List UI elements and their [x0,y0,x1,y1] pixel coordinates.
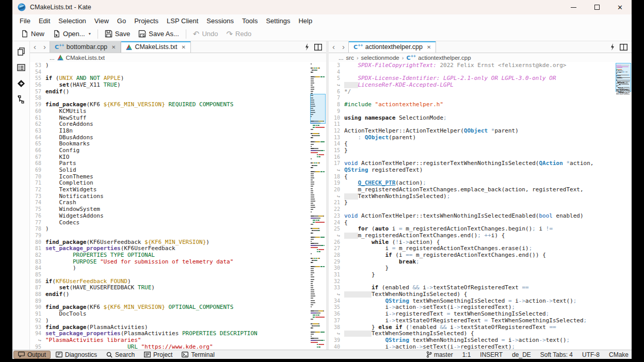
line-number: 66 [30,147,45,154]
right-tabs: C++actiontexthelper.cpp✕ [348,41,436,53]
right-minimap-scrollbar[interactable] [615,62,632,350]
new-file-icon [21,30,28,38]
tab-close-icon[interactable]: ✕ [181,44,185,50]
menu-selection[interactable]: Selection [54,16,90,26]
quick-open-bolt-icon[interactable] [610,43,615,51]
undo-button[interactable]: ↶ Undo [189,29,222,39]
code-row: 75 WindowSystem [30,206,310,213]
code-line: QString textWhenSomethingIsSelected = i-… [344,298,615,305]
line-number: 67 [30,154,45,161]
tab-label: CMakeLists.txt [135,43,177,51]
tab-close-icon[interactable]: ✕ [427,44,431,50]
menu-lsp-client[interactable]: LSP Client [163,16,202,26]
code-row: 87 set(HAVE_KUSERFEEDBACK TRUE) [30,285,310,291]
line-number: 68 [30,160,45,167]
toolview-button-search[interactable]: Search [102,351,139,359]
tab-mode[interactable]: Soft Tabs: 4 [540,351,573,358]
line-number: 40 [329,344,344,350]
symbols-list-icon[interactable] [16,62,26,73]
save-as-button[interactable]: Save As... [134,29,183,39]
tab-actiontexthelper-cpp[interactable]: C++actiontexthelper.cpp✕ [348,41,436,53]
right-code[interactable]: 3 SPDX-FileCopyrightText: 2022 Felix Ern… [329,62,615,350]
code-row: 37 i->textStateOfRegisteredText = TextWh… [329,318,615,324]
right-editor[interactable]: 3 SPDX-FileCopyrightText: 2022 Felix Ern… [329,62,632,350]
menu-edit[interactable]: Edit [35,16,54,26]
left-minimap-scrollbar[interactable] [310,62,326,350]
open-dropdown-icon[interactable]: ▾ [89,31,91,36]
code-line [45,272,310,278]
tab-bottombar-cpp[interactable]: C++bottombar.cpp✕ [50,41,121,53]
minimize-button[interactable] [562,0,585,14]
new-button[interactable]: New [17,29,49,39]
tab-forward-icon[interactable]: › [40,41,50,53]
line-number: 89 [30,298,45,305]
undo-button-label: Undo [202,30,218,38]
line-number: 8 [329,102,344,108]
git-branch-status[interactable]: master [426,351,453,358]
left-editor[interactable]: 53)5455if (UNIX AND NOT APPLE)56 set(HAV… [30,62,326,350]
menu-go[interactable]: Go [113,16,130,26]
code-row: 14{ [329,141,615,147]
toolview-button-project[interactable]: Project [140,351,176,359]
documents-icon[interactable] [16,46,26,57]
code-row: ↪QString registeredText) [329,167,615,174]
code-row: 85 [30,272,310,278]
toolview-button-diagnostics[interactable]: Diagnostics [52,351,101,359]
breadcrumb-: ... [339,55,344,61]
menu-view[interactable]: View [90,16,113,26]
tab-back-icon[interactable]: ‹ [30,41,40,53]
breadcrumb-actiontexthelper-cpp[interactable]: actiontexthelper.cpp [418,55,471,61]
line-number: 17 [329,160,344,167]
quick-open-bolt-icon[interactable] [304,43,309,51]
encoding[interactable]: UTF-8 [582,351,600,358]
menubar: FileEditSelectionViewGoProjectsLSP Clien… [12,14,632,27]
code-line: if (UNIX AND NOT APPLE) [45,75,310,82]
code-line: set_package_properties(KF6UserFeedback [45,245,310,252]
save-button[interactable]: Save [101,29,135,39]
menu-file[interactable]: File [15,16,35,26]
menu-sessions[interactable]: Sessions [202,16,238,26]
close-button[interactable]: ✕ [608,0,632,14]
toolview-label: Terminal [191,351,214,358]
code-line: find_package(KF6 ${KF6_MIN_VERSION} OPTI… [45,304,310,311]
code-line: m_registeredActionTextChanges.emplace_ba… [344,187,615,193]
titlebar[interactable]: CMakeLists.txt - Kate ✕ [12,0,632,14]
menu-help[interactable]: Help [294,16,316,26]
input-mode[interactable]: INSERT [480,351,503,358]
open-button[interactable]: Open... ▾ [49,29,95,39]
tab-close-icon[interactable]: ✕ [111,44,116,50]
menu-settings[interactable]: Settings [262,16,294,26]
line-number: 14 [329,141,344,147]
line-number: 93 [30,324,45,331]
split-view-icon[interactable] [314,44,322,51]
dictionary[interactable]: de_DE [512,351,531,358]
cursor-position[interactable]: 1:1 [462,351,471,358]
tab-back-icon[interactable]: ‹ [329,41,339,53]
left-editor-pane: ‹ › C++bottombar.cpp✕CMakeLists.txt✕ ...… [30,41,326,350]
syntax-mode[interactable]: CMake [609,351,629,358]
maximize-button[interactable] [585,0,608,14]
line-number: 69 [30,167,45,174]
git-branch-icon[interactable] [16,94,26,105]
left-code[interactable]: 53)5455if (UNIX AND NOT APPLE)56 set(HAV… [30,62,310,350]
split-view-icon[interactable] [620,44,627,51]
code-line: endif() [45,89,310,95]
wrap-marker: ↪ [329,233,344,239]
line-number: 36 [329,311,344,318]
save-as-icon [138,30,146,38]
menu-tools[interactable]: Tools [238,16,262,26]
breadcrumb-cmakelists-txt[interactable]: CMakeLists.txt [66,55,105,61]
tab-forward-icon[interactable]: › [339,41,348,53]
git-diamond-icon[interactable] [16,78,26,89]
code-row: ↪ TextWhenSomethingIsSelected) { [329,331,615,337]
code-row: 82 PROPERTIES TYPE OPTIONAL [30,252,310,259]
menu-projects[interactable]: Projects [130,16,163,26]
breadcrumb-src[interactable]: src [346,55,354,61]
tab-cmakelists-txt[interactable]: CMakeLists.txt✕ [121,41,190,53]
redo-button[interactable]: ↷ Redo [222,29,256,39]
left-minimap-viewport[interactable] [310,94,326,124]
toolview-button-terminal[interactable]: Terminal [178,351,218,359]
code-line: TextWhenSomethingIsSelected) { [344,331,615,337]
toolview-button-output[interactable]: Output [13,351,51,359]
breadcrumb-selectionmode[interactable]: selectionmode [361,55,399,61]
